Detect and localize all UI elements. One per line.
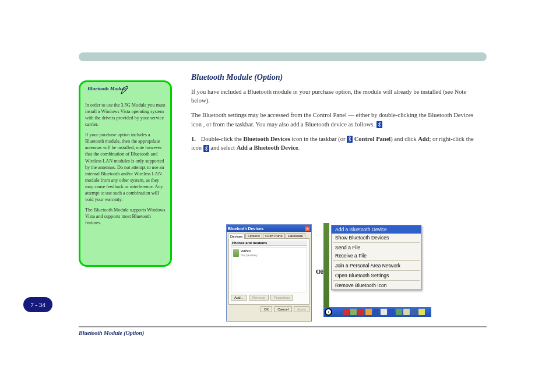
tray-icon[interactable] (411, 309, 417, 315)
footer-title: Bluetooth Module (Option) (79, 330, 144, 336)
bold-text: Add a Bluetooth Device (237, 144, 298, 151)
apply-button[interactable]: Apply (294, 306, 309, 312)
tray-icon[interactable] (358, 309, 364, 315)
close-button[interactable]: × (305, 226, 310, 231)
note-paragraph: If your purchase option includes a Bluet… (85, 132, 166, 203)
note-body: In order to use the 3.5G Module you must… (85, 102, 166, 226)
tray-icon[interactable] (373, 309, 379, 315)
device-name: W850i (241, 249, 258, 253)
note-paragraph: In order to use the 3.5G Module you must… (85, 102, 166, 128)
taskbar: ‹ (323, 307, 431, 317)
step-number: 1. (191, 135, 199, 143)
tray-icon[interactable] (396, 309, 402, 315)
tray-icon[interactable] (403, 309, 410, 315)
phone-icon (233, 249, 239, 257)
bluetooth-icon (347, 136, 353, 143)
tab-content: Phones and modems W850i No passkey Add..… (228, 238, 309, 305)
tray-icon[interactable] (350, 309, 357, 315)
tray-icon[interactable] (418, 309, 425, 315)
device-list: W850i No passkey (231, 247, 307, 292)
body-paragraph: If you have included a Bluetooth module … (191, 87, 483, 105)
bluetooth-context-menu: Add a Bluetooth Device Show Bluetooth De… (331, 225, 421, 290)
add-button[interactable]: Add... (231, 295, 247, 301)
group-header: Phones and modems (231, 241, 307, 246)
step-text: Double-click the (201, 136, 244, 142)
tray-icon[interactable] (343, 309, 349, 315)
menu-add-device[interactable]: Add a Bluetooth Device (332, 225, 421, 234)
tab-options[interactable]: Options (245, 233, 262, 238)
header-bar (79, 52, 487, 61)
action-buttons: Add... Remove Properties (231, 295, 307, 301)
tray-icon[interactable] (381, 309, 387, 315)
step-text: ) and click (390, 136, 418, 142)
step-text: and select (210, 144, 236, 151)
step-text: icon in the taskbar (or (290, 136, 347, 142)
system-tray (343, 309, 425, 315)
desktop-background-strip (323, 223, 329, 307)
bold-text: Control Panel (354, 136, 391, 142)
tray-icon[interactable] (365, 309, 372, 315)
dialog-buttons: OK Cancel Apply (227, 306, 311, 313)
bluetooth-icon (376, 121, 382, 128)
ok-button[interactable]: OK (261, 306, 273, 312)
step-1: 1. Double-click the Bluetooth Devices ic… (191, 135, 483, 152)
device-status: No passkey (241, 253, 258, 257)
menu-join-pan[interactable]: Join a Personal Area Network (332, 262, 421, 270)
menu-separator (333, 260, 420, 261)
bold-text: Add (418, 136, 429, 142)
bluetooth-icon (203, 145, 209, 152)
note-paragraph: The Bluetooth Module supports Windows Vi… (85, 207, 166, 226)
cancel-button[interactable]: Cancel (274, 306, 292, 312)
menu-remove-icon[interactable]: Remove Bluetooth Icon (332, 281, 421, 289)
note-title: Bluetooth Module (87, 86, 126, 91)
menu-separator (333, 270, 420, 271)
tab-hardware[interactable]: Hardware (286, 233, 305, 238)
page-number: 7 - 34 (23, 297, 52, 312)
remove-button[interactable]: Remove (249, 295, 269, 301)
bold-text: Bluetooth Devices (244, 136, 290, 142)
tab-com-ports[interactable]: COM Ports (263, 233, 285, 238)
body-paragraph: The Bluetooth settings may be accessed f… (191, 111, 483, 128)
section-title: Bluetooth Module (Option) (191, 73, 283, 82)
window-titlebar: Bluetooth Devices × (227, 225, 311, 232)
device-item[interactable]: W850i No passkey (233, 249, 305, 257)
properties-button[interactable]: Properties (270, 295, 293, 301)
tab-devices[interactable]: Devices (228, 234, 245, 239)
window-title: Bluetooth Devices (228, 227, 263, 231)
menu-send-file[interactable]: Send a File (332, 243, 421, 252)
note-box: Bluetooth Module In order to use the 3.5… (79, 80, 172, 267)
menu-open-settings[interactable]: Open Bluetooth Settings (332, 271, 421, 280)
tray-icon[interactable] (388, 309, 395, 315)
tray-expand-icon[interactable]: ‹ (325, 308, 332, 316)
tab-strip: Devices Options COM Ports Hardware (227, 232, 311, 238)
menu-separator (333, 242, 420, 243)
body-text-span: The Bluetooth settings may be accessed f… (191, 112, 473, 127)
device-text: W850i No passkey (241, 249, 258, 257)
menu-receive-file[interactable]: Receive a File (332, 252, 421, 260)
bluetooth-devices-window: Bluetooth Devices × Devices Options COM … (226, 224, 312, 322)
menu-show-devices[interactable]: Show Bluetooth Devices (332, 234, 421, 242)
footer-rule (79, 326, 487, 327)
body-text: If you have included a Bluetooth module … (191, 87, 483, 158)
menu-separator (333, 280, 420, 281)
